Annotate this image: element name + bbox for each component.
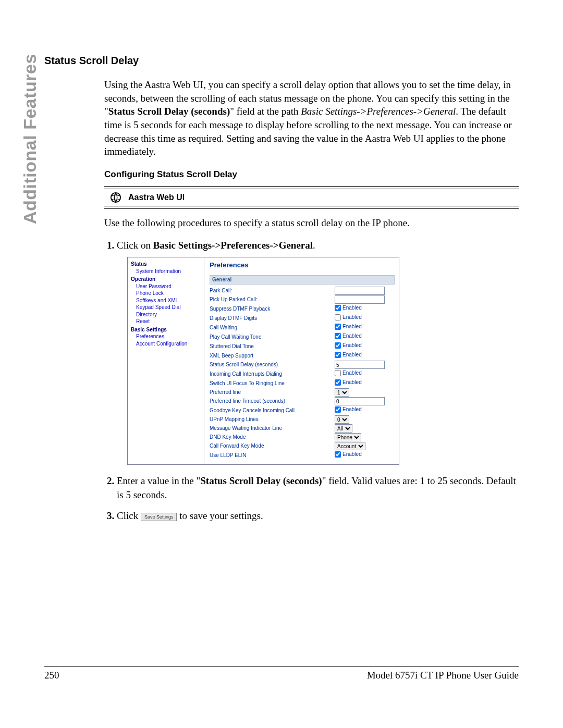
pref-checkbox[interactable] [335,370,341,376]
pref-row: Switch UI Focus To Ringing LineEnabled [210,379,395,388]
pref-row: Call Forward Key ModeAccount [210,442,395,450]
pref-label: Stuttered Dial Tone [210,343,335,350]
pref-checkbox[interactable] [335,451,341,458]
pref-label: Status Scroll Delay (seconds) [210,361,335,368]
pref-checkbox[interactable] [335,324,341,330]
nav-preferences[interactable]: Preferences [136,333,203,340]
pref-label: Suppress DTMF Playback [210,305,335,313]
nav-softkeys-and-xml[interactable]: Softkeys and XML [136,297,203,304]
pref-text-input[interactable] [335,295,385,304]
pref-checkbox-label: Enabled [342,314,362,321]
pref-select[interactable]: 0 [335,415,349,424]
intro-paragraph: Using the Aastra Web UI, you can specify… [104,78,519,158]
pref-checkbox-label: Enabled [342,351,362,359]
pref-label: XML Beep Support [210,352,335,360]
pref-value: All [335,424,352,433]
pref-value [335,397,385,405]
web-ui-label: Aastra Web UI [128,192,185,203]
pref-row: Use LLDP ELINEnabled [210,451,395,460]
pref-select[interactable]: Phone [335,433,361,441]
body: Using the Aastra Web UI, you can specify… [104,78,519,523]
nav-reset[interactable]: Reset [136,318,203,325]
pref-value: 0 [335,415,349,424]
page-number: 250 [44,670,59,681]
pref-value: Account [335,442,365,450]
pref-row: DND Key ModePhone [210,433,395,441]
pref-checkbox-label: Enabled [342,369,362,377]
pref-label: Call Forward Key Mode [210,442,335,450]
pref-row: Park Call: [210,287,395,295]
pref-checkbox-label: Enabled [342,406,362,413]
preferences-ui: Status System Information Operation User… [127,257,399,465]
side-tab-label: Additional Features [20,203,40,224]
pref-label: Pick Up Parked Call: [210,296,335,303]
globe-icon [109,191,122,204]
pref-row: Display DTMF DigitsEnabled [210,314,395,323]
pref-value: Enabled [335,369,362,378]
pref-value [335,287,385,295]
svg-point-0 [111,193,120,202]
step-list: Click on Basic Settings->Preferences->Ge… [104,239,519,523]
pref-label: Play Call Waiting Tone [210,334,335,341]
pref-row: Goodbye Key Cancels Incoming CallEnabled [210,406,395,415]
nav-system-information[interactable]: System Information [136,268,203,275]
pref-select[interactable]: All [335,424,352,433]
pref-label: Incoming Call Interrupts Dialing [210,371,335,378]
pref-label: Park Call: [210,287,335,294]
nav-operation: Operation [131,276,203,283]
pref-select[interactable]: 1 [335,388,349,397]
pref-text-input[interactable] [335,361,385,369]
step-1: Click on Basic Settings->Preferences->Ge… [117,239,519,465]
step-2: Enter a value in the "Status Scroll Dela… [117,474,519,502]
pref-value: Enabled [335,314,362,323]
pref-text-input[interactable] [335,287,385,295]
pref-label: UPnP Mapping Lines [210,416,335,423]
step-3: Click Save Settings to save your setting… [117,509,519,523]
nav-keypad-speed-dial[interactable]: Keypad Speed Dial [136,304,203,311]
pref-checkbox-label: Enabled [342,323,362,330]
nav-phone-lock[interactable]: Phone Lock [136,290,203,297]
pref-checkbox-label: Enabled [342,332,362,340]
pref-checkbox[interactable] [335,406,341,413]
nav-status: Status [131,261,203,268]
pref-label: Use LLDP ELIN [210,452,335,459]
pref-value: Enabled [335,304,362,313]
ui-main: Preferences General Park Call:Pick Up Pa… [204,257,399,464]
page-footer: 250 Model 6757i CT IP Phone User Guide [44,666,519,681]
pref-checkbox-label: Enabled [342,451,362,458]
pref-row: Suppress DTMF PlaybackEnabled [210,304,395,313]
pref-row: Stuttered Dial ToneEnabled [210,342,395,351]
web-ui-banner: Aastra Web UI [104,186,519,209]
pref-label: Message Waiting Indicator Line [210,425,335,432]
nav-user-password[interactable]: User Password [136,283,203,290]
pref-row: Call WaitingEnabled [210,323,395,332]
pref-row: UPnP Mapping Lines0 [210,415,395,424]
pref-label: Call Waiting [210,324,335,331]
intro2: Use the following procedures to specify … [104,216,519,230]
page-title: Status Scroll Delay [44,55,519,67]
nav-directory[interactable]: Directory [136,311,203,318]
pref-label: Display DTMF Digits [210,315,335,322]
pref-value: Phone [335,433,361,441]
pref-value: Enabled [335,406,362,415]
pref-text-input[interactable] [335,397,385,405]
pref-checkbox[interactable] [335,379,341,386]
save-settings-button[interactable]: Save Settings [141,513,177,522]
ui-title: Preferences [210,261,395,270]
pref-checkbox[interactable] [335,333,341,339]
subheading-configuring: Configuring Status Scroll Delay [104,169,519,181]
pref-checkbox[interactable] [335,314,341,320]
pref-select[interactable]: Account [335,442,365,450]
pref-row: Incoming Call Interrupts DialingEnabled [210,369,395,378]
pref-label: Preferred line [210,389,335,396]
pref-checkbox[interactable] [335,342,341,349]
pref-checkbox[interactable] [335,352,341,358]
nav-account-configuration[interactable]: Account Configuration [136,340,203,348]
pref-checkbox-label: Enabled [342,342,362,349]
pref-value: Enabled [335,351,362,360]
ui-sidebar: Status System Information Operation User… [128,257,204,464]
nav-basic-settings: Basic Settings [131,326,203,334]
pref-checkbox[interactable] [335,305,341,311]
pref-label: DND Key Mode [210,434,335,441]
pref-value: Enabled [335,451,362,460]
